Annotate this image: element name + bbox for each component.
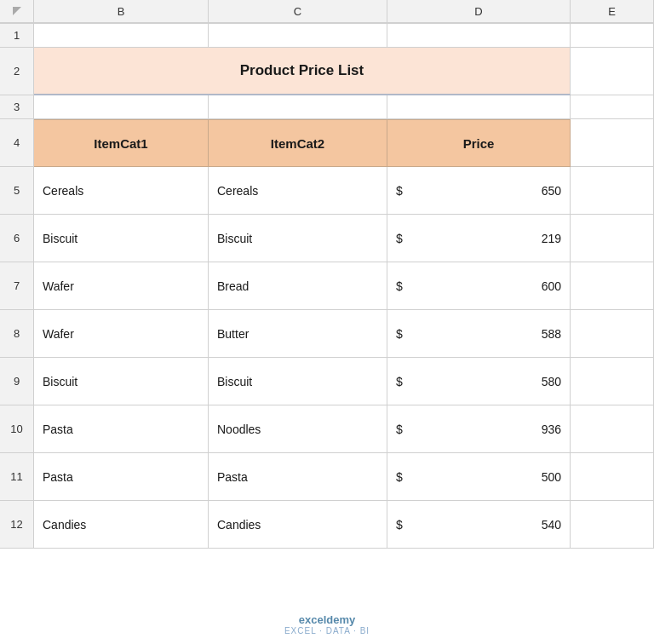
- svg-marker-0: [13, 7, 21, 15]
- cell-b10[interactable]: Pasta: [34, 405, 209, 453]
- cell-b5[interactable]: Cereals: [34, 167, 209, 215]
- spreadsheet: B C D E 1 2 Product Price List 3: [0, 0, 654, 644]
- cell-e1[interactable]: [571, 24, 654, 48]
- cell-c7[interactable]: Bread: [209, 262, 387, 310]
- row-num-3: 3: [0, 95, 34, 119]
- cell-e10[interactable]: [571, 405, 654, 453]
- row-9: 9 Biscuit Biscuit $ 580: [0, 358, 654, 405]
- cell-c12[interactable]: Candies: [209, 501, 387, 549]
- row-8: 8 Wafer Butter $ 588: [0, 310, 654, 358]
- col-header-e: E: [571, 0, 654, 23]
- price-value: 500: [542, 470, 561, 484]
- price-value: 588: [542, 327, 561, 341]
- cell-d8[interactable]: $ 588: [387, 310, 571, 358]
- row-5: 5 Cereals Cereals $ 650: [0, 167, 654, 215]
- row-12: 12 Candies Candies $ 540: [0, 501, 654, 549]
- row-11: 11 Pasta Pasta $ 500: [0, 453, 654, 501]
- cell-d5[interactable]: $ 650: [387, 167, 571, 215]
- price-value: 650: [542, 184, 561, 198]
- dollar-sign: $: [396, 375, 403, 388]
- row-num-10: 10: [0, 405, 34, 453]
- cell-d9[interactable]: $ 580: [387, 358, 571, 405]
- row-num-5: 5: [0, 167, 34, 215]
- cell-e8[interactable]: [571, 310, 654, 358]
- cell-b1[interactable]: [34, 24, 209, 48]
- price-value: 600: [542, 279, 561, 293]
- row-num-12: 12: [0, 501, 34, 549]
- row-7: 7 Wafer Bread $ 600: [0, 262, 654, 310]
- cell-e12[interactable]: [571, 501, 654, 549]
- grid-body: 1 2 Product Price List 3 4 ItemCat1 Item…: [0, 24, 654, 549]
- cell-c6[interactable]: Biscuit: [209, 215, 387, 262]
- cell-c1[interactable]: [209, 24, 387, 48]
- header-itemcat1: ItemCat1: [34, 119, 209, 167]
- cell-c11[interactable]: Pasta: [209, 453, 387, 501]
- row-6: 6 Biscuit Biscuit $ 219: [0, 215, 654, 262]
- row-num-2: 2: [0, 48, 34, 95]
- cell-e9[interactable]: [571, 358, 654, 405]
- cell-d6[interactable]: $ 219: [387, 215, 571, 262]
- dollar-sign: $: [396, 232, 403, 245]
- cell-e2[interactable]: [571, 48, 654, 95]
- row-num-1: 1: [0, 24, 34, 48]
- row-4: 4 ItemCat1 ItemCat2 Price: [0, 119, 654, 167]
- cell-b9[interactable]: Biscuit: [34, 358, 209, 405]
- cell-b11[interactable]: Pasta: [34, 453, 209, 501]
- price-value: 540: [542, 518, 561, 532]
- row-num-8: 8: [0, 310, 34, 358]
- row-1: 1: [0, 24, 654, 48]
- row-num-6: 6: [0, 215, 34, 262]
- row-num-7: 7: [0, 262, 34, 310]
- row-num-4: 4: [0, 119, 34, 167]
- cell-d3[interactable]: [387, 95, 571, 119]
- price-value: 936: [542, 423, 561, 436]
- cell-b12[interactable]: Candies: [34, 501, 209, 549]
- row-3: 3: [0, 95, 654, 119]
- dollar-sign: $: [396, 518, 403, 532]
- header-price: Price: [387, 119, 571, 167]
- row-2: 2 Product Price List: [0, 48, 654, 95]
- price-value: 580: [542, 375, 561, 388]
- row-10: 10 Pasta Noodles $ 936: [0, 405, 654, 453]
- cell-d11[interactable]: $ 500: [387, 453, 571, 501]
- cell-b6[interactable]: Biscuit: [34, 215, 209, 262]
- cell-e7[interactable]: [571, 262, 654, 310]
- cell-c5[interactable]: Cereals: [209, 167, 387, 215]
- dollar-sign: $: [396, 470, 403, 484]
- dollar-sign: $: [396, 327, 403, 341]
- price-value: 219: [542, 232, 561, 245]
- row-num-9: 9: [0, 358, 34, 405]
- corner-cell: [0, 0, 34, 23]
- dollar-sign: $: [396, 184, 403, 198]
- cell-d7[interactable]: $ 600: [387, 262, 571, 310]
- cell-e6[interactable]: [571, 215, 654, 262]
- dollar-sign: $: [396, 279, 403, 293]
- cell-b3[interactable]: [34, 95, 209, 119]
- dollar-sign: $: [396, 423, 403, 436]
- cell-e3[interactable]: [571, 95, 654, 119]
- cell-c8[interactable]: Butter: [209, 310, 387, 358]
- cell-c9[interactable]: Biscuit: [209, 358, 387, 405]
- col-header-b: B: [34, 0, 209, 23]
- watermark-brand: exceldemy: [299, 613, 356, 626]
- cell-e4[interactable]: [571, 119, 654, 167]
- cell-d10[interactable]: $ 936: [387, 405, 571, 453]
- cell-e11[interactable]: [571, 453, 654, 501]
- header-itemcat2: ItemCat2: [209, 119, 387, 167]
- title-cell[interactable]: Product Price List: [34, 48, 571, 95]
- cell-b7[interactable]: Wafer: [34, 262, 209, 310]
- row-num-11: 11: [0, 453, 34, 501]
- cell-b8[interactable]: Wafer: [34, 310, 209, 358]
- col-header-d: D: [387, 0, 571, 23]
- watermark-tagline: EXCEL · DATA · BI: [284, 626, 370, 635]
- cell-c3[interactable]: [209, 95, 387, 119]
- cell-d1[interactable]: [387, 24, 571, 48]
- col-header-c: C: [209, 0, 387, 23]
- cell-c10[interactable]: Noodles: [209, 405, 387, 453]
- cell-d12[interactable]: $ 540: [387, 501, 571, 549]
- cell-e5[interactable]: [571, 167, 654, 215]
- column-headers: B C D E: [0, 0, 654, 24]
- watermark: exceldemy EXCEL · DATA · BI: [284, 613, 370, 635]
